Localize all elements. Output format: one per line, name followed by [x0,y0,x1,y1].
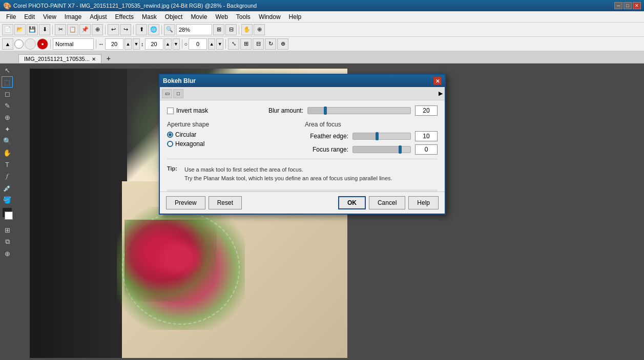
width-up[interactable]: ▲ [124,38,132,50]
undo-btn[interactable]: ↩ [108,24,119,35]
ellipse-btn[interactable]: ● [37,38,48,50]
eraser-tool[interactable]: ◻ [2,88,13,99]
zoom-out-btn[interactable]: 🔍 [164,24,175,35]
clone-tool[interactable]: ⊕ [2,112,13,123]
hand-btn[interactable]: ✋ [241,24,253,35]
menu-tools[interactable]: Tools [232,12,255,22]
menu-help[interactable]: Help [285,12,306,22]
blur-amount-slider[interactable] [307,107,411,114]
invert-mask-checkbox[interactable] [167,108,174,114]
trans-input[interactable] [189,38,207,50]
eyedrop-tool[interactable]: 💉 [2,182,13,194]
paste-special-btn[interactable]: ⊕ [92,24,103,35]
invert-btn[interactable] [25,38,36,50]
new-btn[interactable]: 📄 [2,24,13,35]
dialog-maximize-btn[interactable]: □ [173,89,183,98]
layer-tool[interactable]: ⧉ [2,236,13,247]
ok-button[interactable]: OK [338,196,366,209]
mask-tool[interactable]: ⬚ [2,76,13,88]
pan-tool[interactable]: ✋ [2,147,13,158]
circular-radio-row[interactable]: Circular [167,131,300,138]
width-input[interactable] [105,38,123,50]
sep8 [182,39,182,49]
tab-close-icon[interactable]: ✕ [92,56,96,62]
menu-effects[interactable]: Effects [111,12,138,22]
reset-button[interactable]: Reset [209,196,242,209]
shrink-btn[interactable]: ⊟ [253,38,264,50]
hexagonal-radio-row[interactable]: Hexagonal [167,140,300,147]
preview-button[interactable]: Preview [166,196,205,209]
cut-btn[interactable]: ✂ [55,24,66,35]
height-up[interactable]: ▲ [164,38,172,50]
paste-btn[interactable]: 📌 [79,24,91,35]
plus-btn[interactable]: ⊕ [277,38,288,50]
menu-object[interactable]: Object [161,12,187,22]
trans-down[interactable]: ▼ [216,38,223,50]
effect-tool[interactable]: ✦ [2,123,13,135]
copy-btn[interactable]: 📋 [67,24,78,35]
invert-mask-label[interactable]: Invert mask [176,107,208,114]
menu-adjust[interactable]: Adjust [86,12,111,22]
paint-tool[interactable]: ✎ [2,100,13,111]
fill-tool[interactable]: 🪣 [2,194,13,205]
sep9 [225,39,226,49]
height-down[interactable]: ▼ [173,38,180,50]
select-tool[interactable]: ↖ [2,65,13,76]
arrow-btn[interactable]: ▲ [2,38,13,50]
publish-btn[interactable]: 🌐 [148,24,159,35]
circular-label: Circular [175,131,196,138]
tab-filename: IMG_20151121_170535... [24,56,90,62]
blur-amount-input[interactable] [415,105,438,116]
dialog-close-btn[interactable]: ✕ [433,77,442,85]
extra-btn[interactable]: ⊕ [254,24,265,35]
menu-movie[interactable]: Movie [186,12,211,22]
color-bg[interactable] [5,211,13,220]
focus-range-label: Focus range: [305,146,348,153]
minimize-btn[interactable]: ─ [614,2,622,9]
text-tool[interactable]: T [2,159,13,170]
feather-edge-slider[interactable] [352,133,411,140]
trans-up[interactable]: ▲ [208,38,215,50]
zoom-tool[interactable]: 🔍 [2,135,13,146]
grid-tool[interactable]: ⊞ [2,224,13,236]
focus-range-input[interactable] [415,144,438,155]
hexagonal-radio[interactable] [167,141,173,147]
circular-radio[interactable] [167,132,173,138]
zoom-tool-btn[interactable]: ⊞ [213,24,224,35]
tab-add-btn[interactable]: + [103,54,114,63]
zoom-dropdown[interactable]: 28% [176,24,212,35]
mode-dropdown[interactable]: Normal [53,38,94,50]
focus-range-slider[interactable] [352,146,411,153]
menu-view[interactable]: View [39,12,60,22]
menu-edit[interactable]: Edit [20,12,39,22]
save-btn[interactable]: 💾 [27,24,38,35]
height-input[interactable] [145,38,163,50]
export-btn[interactable]: ⬆ [136,24,147,35]
import-btn[interactable]: ⬇ [39,24,50,35]
width-down[interactable]: ▼ [133,38,140,50]
menu-window[interactable]: Window [255,12,285,22]
expand-tool[interactable]: ⊕ [2,248,13,259]
cancel-button[interactable]: Cancel [369,196,405,209]
options-toolbar: ▲ ● Normal ↔ ▲ ▼ ↕ ▲ ▼ ○ ▲ ▼ ⤡ ⊞ ⊟ ↻ ⊕ [0,37,644,51]
dialog-expand-btn[interactable]: ▶ [439,90,443,97]
restore-btn[interactable]: □ [624,2,632,9]
feather-edge-input[interactable] [415,131,438,141]
redo-btn[interactable]: ↪ [120,24,131,35]
close-btn[interactable]: ✕ [633,2,641,9]
rotate-btn[interactable]: ↻ [265,38,276,50]
dialog-restore-btn[interactable]: ▭ [162,89,172,98]
mask-all-btn[interactable] [14,39,24,49]
menu-web[interactable]: Web [211,12,232,22]
path-tool[interactable]: 𝑓 [2,171,13,182]
active-tab[interactable]: IMG_20151121_170535... ✕ [18,54,101,63]
menu-file[interactable]: File [2,12,20,22]
full-screen-btn[interactable]: ⊟ [225,24,237,35]
hexagonal-label: Hexagonal [175,140,204,147]
menu-image[interactable]: Image [60,12,86,22]
help-button[interactable]: Help [408,196,439,209]
move-btn[interactable]: ⤡ [228,38,239,50]
menu-mask[interactable]: Mask [138,12,161,22]
open-btn[interactable]: 📂 [14,24,26,35]
grow-btn[interactable]: ⊞ [240,38,252,50]
